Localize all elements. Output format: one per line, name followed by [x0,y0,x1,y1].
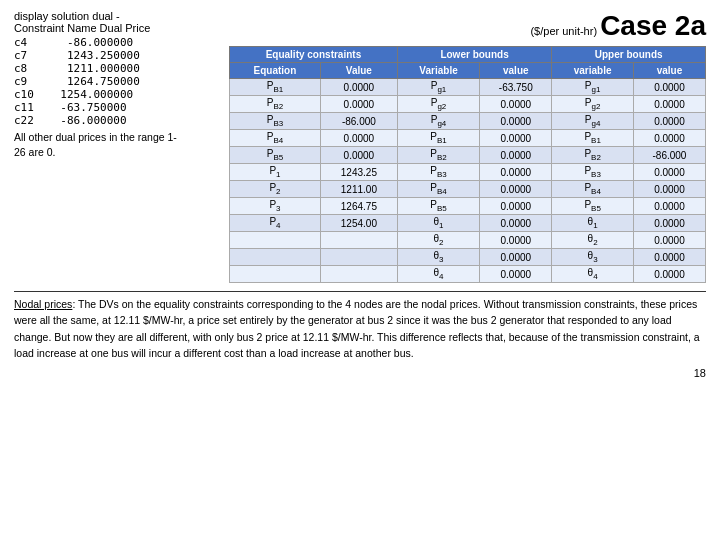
table-cell: 0.0000 [480,198,552,215]
table-cell: 1254.00 [320,215,397,232]
list-item: c11 -63.750000 [14,101,229,114]
table-cell [230,232,321,249]
table-cell: 0.0000 [633,215,705,232]
nodal-text: : The DVs on the equality constraints co… [14,298,700,359]
table-cell: 0.0000 [633,164,705,181]
table-cell: Pg1 [397,79,479,96]
main-table: Equality constraints Lower bounds Upper … [229,46,706,283]
list-item: c4 -86.000000 [14,36,229,49]
list-item: c9 1264.750000 [14,75,229,88]
table-cell: 0.0000 [320,130,397,147]
all-other-text: All other dual prices in the range 1-26 … [14,130,229,159]
table-cell: θ3 [552,249,634,266]
sub-header-ub-variable: variable [552,63,634,79]
sub-header-equation: Equation [230,63,321,79]
table-cell: 0.0000 [480,164,552,181]
table-cell: 0.0000 [480,181,552,198]
list-item: c22 -86.000000 [14,114,229,127]
table-cell: θ2 [397,232,479,249]
table-cell: PB2 [552,147,634,164]
table-cell: P1 [230,164,321,181]
nodal-underline: Nodal prices [14,298,72,310]
table-cell: -86.000 [320,113,397,130]
table-cell: Pg2 [397,96,479,113]
title-bar: ($/per unit-hr) Case 2a [229,10,706,42]
sub-header-ub-value: value [633,63,705,79]
table-cell: 0.0000 [480,130,552,147]
table-cell [320,249,397,266]
table-cell: PB5 [397,198,479,215]
table-cell: θ2 [552,232,634,249]
sub-header-variable: Variable [397,63,479,79]
table-cell: 0.0000 [320,96,397,113]
group-header-lb: Lower bounds [397,47,552,63]
table-cell: 0.0000 [480,249,552,266]
table-cell [230,266,321,283]
table-cell: 0.0000 [633,232,705,249]
table-cell: PB4 [230,130,321,147]
case-title: Case 2a [600,10,706,41]
table-cell: PB3 [552,164,634,181]
table-cell: PB1 [552,130,634,147]
table-cell: θ3 [397,249,479,266]
display-line2: Constraint Name Dual Price [14,22,229,34]
table-cell: Pg2 [552,96,634,113]
table-cell: PB3 [230,113,321,130]
table-cell: 1264.75 [320,198,397,215]
page-container: display solution dual - Constraint Name … [14,10,706,379]
table-cell: 0.0000 [480,215,552,232]
group-header-ub: Upper bounds [552,47,706,63]
table-cell: -63.750 [480,79,552,96]
table-cell: -86.000 [633,147,705,164]
table-cell: θ1 [552,215,634,232]
table-cell: 0.0000 [633,130,705,147]
table-cell: 0.0000 [633,181,705,198]
table-cell: 0.0000 [480,147,552,164]
table-cell: PB3 [397,164,479,181]
table-cell [230,249,321,266]
table-cell: 0.0000 [320,147,397,164]
per-unit-label: ($/per unit-hr) [530,25,597,37]
table-cell: 1211.00 [320,181,397,198]
table-cell: θ4 [397,266,479,283]
group-header-eq: Equality constraints [230,47,398,63]
table-cell: PB5 [552,198,634,215]
list-item: c7 1243.250000 [14,49,229,62]
dual-price-list: c4 -86.000000 c7 1243.250000 c8 1211.000… [14,36,229,127]
table-cell: Pg4 [552,113,634,130]
table-cell: P4 [230,215,321,232]
table-cell: 0.0000 [633,266,705,283]
table-cell [320,232,397,249]
table-cell: PB4 [552,181,634,198]
table-cell [320,266,397,283]
list-item: c10 1254.000000 [14,88,229,101]
table-cell: 0.0000 [320,79,397,96]
sub-header-lb-value: value [480,63,552,79]
right-panel: ($/per unit-hr) Case 2a Equality constra… [229,10,706,283]
page-number: 18 [14,367,706,379]
table-cell: PB2 [230,96,321,113]
table-cell: θ1 [397,215,479,232]
sub-header-value: Value [320,63,397,79]
table-cell: PB4 [397,181,479,198]
table-cell: P2 [230,181,321,198]
table-cell: PB1 [397,130,479,147]
nodal-label: Nodal prices [14,298,72,310]
table-cell: 0.0000 [633,198,705,215]
top-section: display solution dual - Constraint Name … [14,10,706,283]
nodal-section: Nodal prices: The DVs on the equality co… [14,291,706,361]
table-cell: Pg4 [397,113,479,130]
table-cell: PB2 [397,147,479,164]
table-cell: Pg1 [552,79,634,96]
table-cell: PB1 [230,79,321,96]
left-panel: display solution dual - Constraint Name … [14,10,229,159]
table-cell: 1243.25 [320,164,397,181]
table-cell: 0.0000 [633,113,705,130]
table-cell: 0.0000 [633,249,705,266]
table-cell: 0.0000 [480,232,552,249]
table-cell: 0.0000 [480,266,552,283]
table-cell: 0.0000 [633,96,705,113]
table-cell: PB5 [230,147,321,164]
table-cell: 0.0000 [480,96,552,113]
display-line1: display solution dual - [14,10,229,22]
